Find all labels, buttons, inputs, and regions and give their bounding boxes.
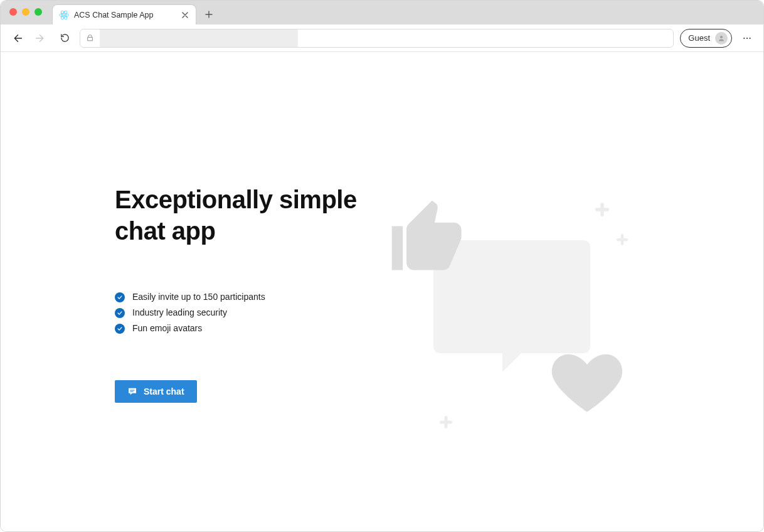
tab-active[interactable]: ACS Chat Sample App [52, 4, 196, 24]
back-button[interactable] [8, 29, 26, 47]
svg-point-3 [63, 14, 65, 16]
window-zoom-button[interactable] [34, 8, 42, 16]
sparkle-icon [595, 203, 609, 216]
list-item: Industry leading security [115, 306, 378, 319]
feature-text: Fun emoji avatars [132, 322, 202, 335]
thumbs-up-icon [385, 184, 472, 290]
feature-list: Easily invite up to 150 participants Ind… [115, 290, 378, 335]
heart-icon [540, 341, 634, 422]
tab-bar: ACS Chat Sample App [1, 1, 763, 24]
react-favicon-icon [59, 10, 69, 20]
lock-icon [80, 29, 100, 47]
check-icon [115, 324, 125, 334]
svg-point-4 [720, 36, 723, 38]
tabs: ACS Chat Sample App [52, 1, 218, 24]
window-controls [9, 8, 42, 16]
forward-button[interactable] [32, 29, 50, 47]
start-chat-button[interactable]: Start chat [115, 380, 197, 403]
check-icon [115, 292, 125, 302]
tab-close-icon[interactable] [181, 11, 189, 19]
address-input[interactable] [100, 29, 298, 47]
page-viewport: Exceptionally simple chat app Easily inv… [1, 52, 763, 531]
list-item: Fun emoji avatars [115, 322, 378, 335]
new-tab-button[interactable] [200, 6, 218, 23]
tab-title: ACS Chat Sample App [74, 11, 176, 19]
window-minimize-button[interactable] [22, 8, 29, 16]
svg-point-6 [746, 37, 748, 38]
cta-label: Start chat [144, 386, 184, 396]
sparkle-icon [617, 234, 628, 245]
profile-label: Guest [688, 33, 710, 43]
hero-section: Exceptionally simple chat app Easily inv… [115, 184, 378, 403]
window-close-button[interactable] [9, 8, 17, 16]
title-line-1: Exceptionally simple [115, 186, 357, 213]
title-line-2: chat app [115, 217, 215, 245]
list-item: Easily invite up to 150 participants [115, 290, 378, 304]
feature-text: Industry leading security [132, 306, 227, 319]
sparkle-icon [440, 416, 452, 428]
page-title: Exceptionally simple chat app [115, 184, 378, 247]
reload-button[interactable] [56, 29, 73, 47]
person-icon [715, 32, 728, 45]
toolbar: Guest [1, 24, 763, 52]
check-icon [115, 308, 125, 318]
feature-text: Easily invite up to 150 participants [132, 290, 265, 304]
svg-point-5 [743, 37, 745, 38]
address-bar[interactable] [80, 29, 674, 48]
hero-illustration [377, 184, 640, 435]
chat-icon [127, 386, 137, 396]
more-menu-button[interactable] [738, 29, 756, 47]
svg-point-7 [750, 37, 751, 38]
profile-guest-button[interactable]: Guest [680, 29, 732, 48]
browser-window: ACS Chat Sample App [0, 0, 764, 532]
